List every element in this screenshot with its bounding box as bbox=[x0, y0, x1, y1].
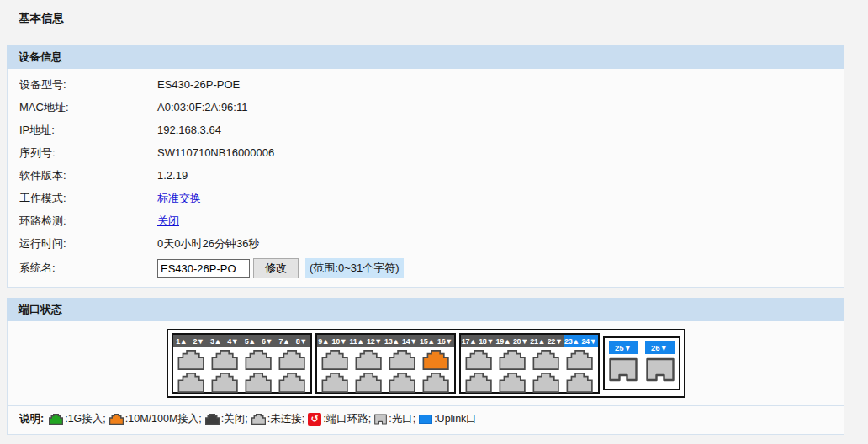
row-mac-address: MAC地址:A0:03:0F:2A:96:11 bbox=[19, 96, 844, 119]
port-label: 5▲ bbox=[245, 337, 256, 346]
sfp-port-icon bbox=[374, 414, 387, 425]
legend-item: :未连接; bbox=[250, 412, 304, 426]
port-label: 8▼ bbox=[296, 337, 307, 346]
port-label: 3▲ bbox=[210, 337, 221, 346]
legend-item-text: :端口环路; bbox=[323, 412, 371, 426]
serial-number-label: 序列号: bbox=[19, 141, 157, 164]
port-label: 16▼ bbox=[437, 337, 453, 346]
port-group-1-header: 1▲2▼3▲4▼5▲6▼7▲8▼ bbox=[173, 335, 310, 347]
port-label: 6▼ bbox=[262, 337, 273, 346]
rj45-port-icon bbox=[205, 414, 220, 425]
rj45-port-icon bbox=[532, 373, 559, 393]
legend-item-text: :未连接; bbox=[267, 412, 304, 426]
page-title: 基本信息 bbox=[0, 0, 868, 45]
rj45-port-icon bbox=[389, 373, 415, 393]
sfp-port-icon bbox=[646, 357, 675, 382]
sfp-port-group: 25▼26▼ bbox=[603, 336, 680, 390]
rj45-port-icon bbox=[532, 350, 559, 370]
work-mode-label: 工作模式: bbox=[19, 187, 157, 209]
rj45-port-icon bbox=[211, 350, 238, 370]
legend-item-text: :关闭; bbox=[221, 412, 248, 426]
port-labels: 1▲2▼3▲4▼5▲6▼7▲8▼ bbox=[173, 335, 310, 347]
uplink-port-label: 23▲ bbox=[564, 337, 580, 346]
rj45-port-icon bbox=[422, 373, 449, 393]
row-work-mode: 工作模式:标准交换 bbox=[19, 187, 844, 209]
port-label: 20▼ bbox=[513, 337, 528, 346]
software-version-label: 软件版本: bbox=[19, 164, 157, 187]
sfp-port-label: 25▼ bbox=[609, 341, 638, 354]
row-loop-detect: 环路检测:关闭 bbox=[19, 209, 844, 232]
mac-address-label: MAC地址: bbox=[19, 96, 157, 119]
port-label: 4▼ bbox=[227, 337, 238, 346]
loop-detect-link[interactable]: 关闭 bbox=[157, 214, 179, 227]
rj45-port-icon bbox=[422, 350, 449, 370]
row-uptime: 运行时间:0天0小时26分钟36秒 bbox=[19, 232, 844, 255]
loop-detect-label: 环路检测: bbox=[19, 209, 157, 232]
port-label: 12▼ bbox=[367, 337, 382, 346]
rj45-port-icon bbox=[177, 350, 204, 370]
port-label: 1▲ bbox=[176, 337, 187, 346]
port-label: 21▲ bbox=[530, 337, 545, 346]
port-label: 15▲ bbox=[420, 337, 435, 346]
port-label: 19▲ bbox=[496, 337, 511, 346]
rj45-port-icon bbox=[321, 350, 348, 370]
system-name-input[interactable] bbox=[157, 259, 250, 278]
port-icons bbox=[317, 347, 454, 394]
port-loop-icon: ↺ bbox=[308, 413, 321, 426]
port-labels: 9▲10▼11▲12▼13▲14▼15▲16▼ bbox=[317, 335, 454, 347]
rj45-port-icon bbox=[389, 350, 415, 370]
software-version-value: 1.2.19 bbox=[157, 169, 188, 182]
rj45-port-icon bbox=[499, 350, 526, 370]
row-software-version: 软件版本:1.2.19 bbox=[19, 164, 844, 187]
uplink-port-label: 24▼ bbox=[581, 337, 596, 346]
uplink-color-swatch bbox=[419, 415, 432, 424]
rj45-port-icon bbox=[566, 350, 593, 370]
sfp-port-icon bbox=[609, 357, 638, 382]
system-name-range-hint: (范围:0~31个字符) bbox=[305, 258, 404, 278]
rj45-port-icon bbox=[211, 373, 238, 393]
rj45-port-icon bbox=[109, 414, 124, 425]
rj45-port-icon bbox=[251, 414, 266, 425]
device-model-value: ES430-26P-POE bbox=[157, 78, 240, 91]
system-name-label: 系统名: bbox=[19, 261, 157, 276]
port-label: 14▼ bbox=[402, 337, 417, 346]
legend-item: :1G接入; bbox=[47, 412, 106, 426]
device-info-body: 设备型号:ES430-26P-POE MAC地址:A0:03:0F:2A:96:… bbox=[7, 69, 844, 288]
rj45-port-icon bbox=[566, 373, 593, 393]
port-icons bbox=[173, 347, 310, 394]
row-ip-address: IP地址:192.168.3.64 bbox=[19, 119, 844, 141]
device-info-panel: 设备信息 设备型号:ES430-26P-POE MAC地址:A0:03:0F:2… bbox=[7, 45, 844, 288]
legend: 说明: :1G接入; :10M/100M接入; :关闭; :未连接;↺:端口环路… bbox=[8, 405, 844, 434]
mac-address-value: A0:03:0F:2A:96:11 bbox=[157, 101, 247, 114]
legend-item-text: :光口; bbox=[389, 412, 415, 426]
port-status-body: 1▲2▼3▲4▼5▲6▼7▲8▼ 9▲10▼11▲12▼13▲14▼15▲16▼… bbox=[7, 321, 844, 435]
port-status-header: 端口状态 bbox=[7, 298, 844, 321]
legend-item: :光口; bbox=[373, 412, 415, 426]
legend-item: :Uplink口 bbox=[417, 412, 477, 426]
rj45-port-icon bbox=[499, 373, 526, 393]
rj45-port-icon bbox=[355, 350, 382, 370]
serial-number-value: SW110710NB16000006 bbox=[157, 146, 274, 159]
rj45-port-icon bbox=[49, 414, 63, 425]
rj45-port-icon bbox=[355, 373, 382, 393]
rj45-port-icon bbox=[245, 350, 272, 370]
rj45-port-icon bbox=[321, 373, 348, 393]
port-status-panel: 端口状态 1▲2▼3▲4▼5▲6▼7▲8▼ 9▲10▼11▲12▼13▲14▼1… bbox=[7, 298, 844, 435]
modify-button[interactable]: 修改 bbox=[253, 258, 299, 278]
legend-item-text: :10M/100M接入; bbox=[125, 412, 202, 426]
legend-title: 说明: bbox=[19, 412, 44, 426]
switch-port-diagram: 1▲2▼3▲4▼5▲6▼7▲8▼ 9▲10▼11▲12▼13▲14▼15▲16▼… bbox=[167, 329, 685, 398]
uplink-port-labels: 23▲24▼ bbox=[564, 335, 598, 347]
uptime-value: 0天0小时26分钟36秒 bbox=[157, 237, 259, 250]
work-mode-link[interactable]: 标准交换 bbox=[157, 192, 201, 204]
ip-address-label: IP地址: bbox=[19, 119, 157, 141]
row-serial-number: 序列号:SW110710NB16000006 bbox=[19, 141, 844, 164]
port-label: 18▼ bbox=[479, 337, 494, 346]
legend-item: :10M/100M接入; bbox=[108, 412, 202, 426]
port-label: 13▲ bbox=[384, 337, 400, 346]
rj45-port-icon bbox=[465, 350, 492, 370]
port-label: 2▼ bbox=[193, 337, 204, 346]
port-label: 17▲ bbox=[462, 337, 477, 346]
sfp-port-label: 26▼ bbox=[645, 341, 675, 354]
legend-item-text: :1G接入; bbox=[65, 412, 106, 426]
